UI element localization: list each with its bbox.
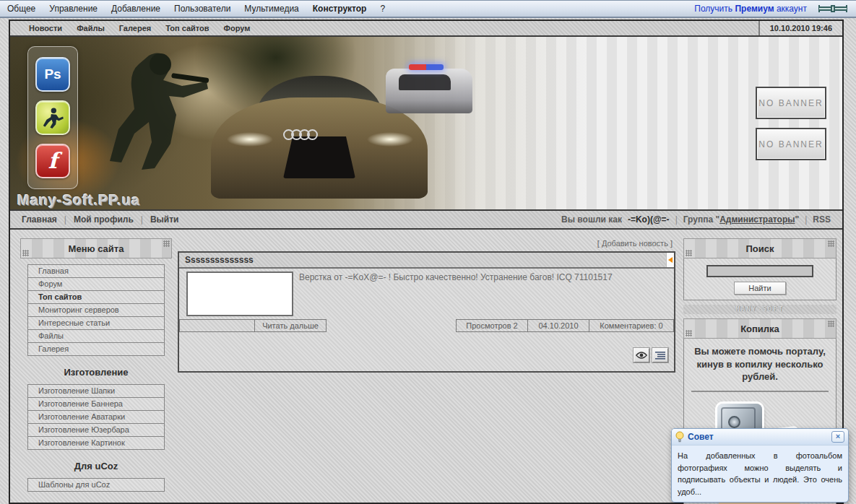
nav-files[interactable]: Файлы (77, 24, 105, 32)
premium-bold: Премиум (735, 4, 774, 14)
screen: Общее Управление Добавление Пользователи… (0, 0, 856, 504)
sidebar-item-top-sites[interactable]: Топ сайтов (27, 290, 165, 304)
premium-prefix: Получить (694, 4, 732, 14)
police-lights-icon (409, 64, 444, 70)
sidebar-item-making-header[interactable]: Изготовление Шапки (27, 384, 165, 398)
car-headlight-right (367, 132, 413, 147)
logged-in-label: Вы вошли как (561, 214, 622, 225)
news-views: Просмотров 2 (456, 319, 528, 332)
separator: | (805, 214, 807, 225)
panel-width-slider-icon[interactable] (817, 4, 849, 14)
sidebar-item-gallery[interactable]: Галерея (27, 342, 165, 356)
making-list: Изготовление Шапки Изготовление Баннера … (27, 384, 165, 450)
close-icon[interactable]: × (831, 431, 844, 443)
nav-forum[interactable]: Форум (224, 24, 251, 32)
drag-handle-icon[interactable] (828, 240, 834, 247)
news-text: Верстка от -=KoX@=- ! Быстро качественно… (299, 272, 668, 282)
admin-buttons (634, 348, 668, 362)
sidebar-item-making-avatar[interactable]: Изготовление Аватарки (27, 410, 165, 424)
search-header: Поиск (683, 238, 836, 258)
usernav-home[interactable]: Главная (22, 214, 57, 225)
donate-text: Вы можете помочь порталу, кинув в копилк… (690, 345, 830, 383)
premium-account-link[interactable]: Получить Премиум аккаунт (694, 4, 807, 14)
admin-menu-constructor[interactable]: Конструктор (313, 4, 367, 14)
sidebar-item-files[interactable]: Файлы (27, 329, 165, 343)
app-icons-panel: Ps f (27, 46, 78, 189)
sidebar-item-making-userbar[interactable]: Изготовление Юзербара (27, 423, 165, 437)
user-nav-bar: Главная | Мой профиль | Выйти Вы вошли к… (10, 211, 842, 230)
read-more-button[interactable]: Читать дальше (254, 319, 327, 332)
datetime-display: 10.10.2010 19:46 (758, 21, 842, 35)
username: -=Ko)(@=- (628, 214, 670, 225)
rss-link[interactable]: RSS (813, 214, 831, 225)
news-title-bar: Ssssssssssssss (179, 253, 674, 269)
news-date: 04.10.2010 (527, 319, 589, 332)
left-sidebar: Меню сайта Главная Форум Топ сайтов Мони… (19, 230, 173, 504)
admin-toolbar: Общее Управление Добавление Пользователи… (0, 0, 856, 18)
news-comments: Комментариев: 0 (589, 319, 674, 332)
site-top-nav: Новости Файлы Галерея Топ сайтов Форум 1… (10, 21, 842, 37)
drag-handle-icon[interactable] (686, 330, 692, 336)
donate-header: Копилка (683, 318, 836, 339)
add-news-link[interactable]: [ Добавить новость ] (597, 239, 673, 248)
admin-menu-multimedia[interactable]: Мультимедиа (244, 4, 298, 14)
search-panel: Найти (683, 258, 836, 300)
usernav-profile[interactable]: Мой профиль (74, 214, 134, 225)
nav-gallery[interactable]: Галерея (119, 24, 151, 32)
drag-handle-icon[interactable] (22, 250, 29, 256)
group-link[interactable]: Администраторы (719, 214, 795, 225)
nav-top-sites[interactable]: Топ сайтов (165, 24, 209, 32)
drag-handle-icon[interactable] (828, 321, 834, 327)
site-menu-list: Главная Форум Топ сайтов Мониторинг серв… (27, 264, 165, 356)
sidebar-item-server-monitoring[interactable]: Мониторинг серверов (27, 303, 165, 317)
user-group: Группа "Администраторы" (683, 214, 799, 225)
news-footer: Читать дальше Просмотров 2 04.10.2010 Ко… (179, 319, 674, 332)
nav-news[interactable]: Новости (29, 24, 62, 32)
watermark: MANY-SOFT (683, 305, 836, 314)
donate-title: Копилка (740, 323, 779, 334)
sidebar-item-ucoz-templates[interactable]: Шаблоны для uCoz (27, 478, 165, 492)
details-button[interactable] (652, 348, 668, 362)
search-button[interactable]: Найти (734, 282, 786, 295)
admin-menu-help[interactable]: ? (380, 4, 385, 14)
usernav-logout[interactable]: Выйти (150, 214, 179, 225)
lightbulb-icon (675, 431, 684, 443)
admin-menu-management[interactable]: Управление (49, 4, 98, 14)
add-news-row: [ Добавить новость ] (178, 230, 675, 251)
sidebar-item-home[interactable]: Главная (27, 264, 165, 278)
site-logo: Many-Soft.PP.ua (17, 192, 140, 209)
edit-marker[interactable] (666, 253, 674, 267)
admin-menu-adding[interactable]: Добавление (111, 4, 160, 14)
news-entry-container: Ssssssssssssss Верстка от -=KoX@=- ! Быс… (178, 251, 675, 373)
photoshop-icon: Ps (35, 57, 70, 92)
making-section-title: Изготовление (19, 367, 173, 378)
news-title: Ssssssssssssss (185, 255, 254, 265)
main-content: [ Добавить новость ] Ssssssssssssss Верс… (178, 230, 675, 373)
car-headlight-left (227, 132, 273, 147)
list-icon (655, 351, 665, 360)
admin-menu-general[interactable]: Общее (7, 4, 35, 14)
admin-menu-users[interactable]: Пользователи (174, 4, 230, 14)
search-input[interactable] (706, 265, 813, 277)
soldier-silhouette (79, 43, 217, 208)
drag-handle-icon[interactable] (686, 250, 692, 256)
safe-dial-icon (728, 416, 740, 428)
sidebar-item-making-banner[interactable]: Изготовление Баннера (27, 397, 165, 411)
divider (691, 391, 829, 392)
news-image-placeholder (186, 271, 293, 316)
sidebar-item-making-pictures[interactable]: Изготовление Картинок (27, 436, 165, 450)
drag-handle-icon[interactable] (163, 240, 170, 247)
header-banner: Ps f Many-Soft.PP.ua NO BANNER NO BANNER (10, 37, 842, 211)
ucoz-section-title: Для uCoz (19, 461, 173, 472)
preview-button[interactable] (634, 348, 649, 362)
audi-rings-icon (286, 129, 318, 140)
police-windshield (399, 74, 451, 90)
separator: | (141, 214, 143, 225)
sidebar-item-articles[interactable]: Интересные статьи (27, 316, 165, 330)
police-car-image (386, 69, 472, 113)
sidebar-item-forum[interactable]: Форум (27, 277, 165, 291)
separator: | (675, 214, 678, 225)
car-grille (283, 136, 355, 178)
counter-strike-icon (35, 100, 70, 135)
tip-body-text: На добавленных в фотоальбом фотографиях … (672, 446, 848, 502)
